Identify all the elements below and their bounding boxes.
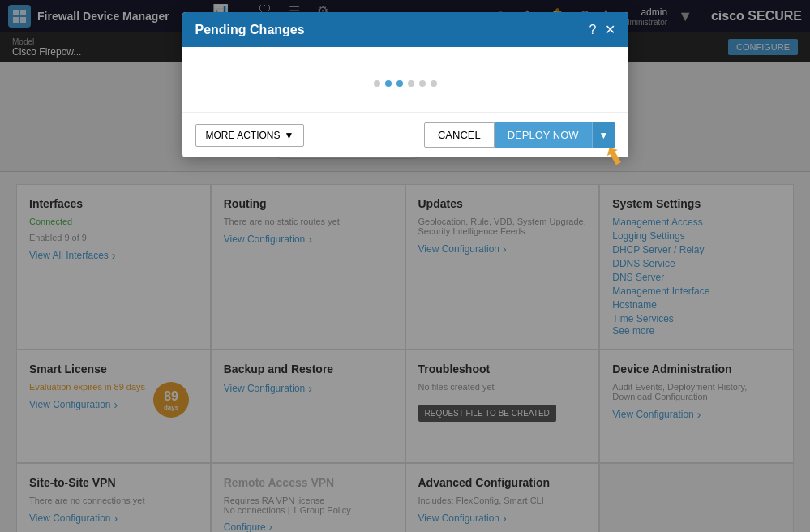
more-actions-dropdown-icon: ▼ [285,130,294,141]
modal-body [182,47,628,112]
loading-indicator [374,80,437,87]
modal-close-button[interactable]: ✕ [605,22,615,37]
dot-4 [408,80,414,87]
deploy-now-button[interactable]: DEPLOY NOW [495,122,592,148]
dot-2 [385,80,392,87]
more-actions-button[interactable]: MORE ACTIONS ▼ [195,124,305,147]
modal-footer: MORE ACTIONS ▼ CANCEL DEPLOY NOW ▼ [182,112,628,157]
modal-help-button[interactable]: ? [589,23,597,37]
dot-5 [419,80,426,87]
modal-header-icons: ? ✕ [589,22,615,37]
dot-6 [431,80,437,87]
dot-1 [374,80,380,87]
deploy-dropdown-icon: ▼ [599,130,609,141]
modal-header: Pending Changes ? ✕ [182,12,628,47]
modal-overlay: Pending Changes ? ✕ MORE ACTIONS ▼ CA [0,0,810,532]
modal-title: Pending Changes [195,23,305,37]
deploy-dropdown-button[interactable]: ▼ [592,122,615,148]
pending-changes-modal: Pending Changes ? ✕ MORE ACTIONS ▼ CA [182,12,628,157]
cancel-button[interactable]: CANCEL [424,122,495,148]
dot-3 [396,80,403,87]
modal-right-buttons: CANCEL DEPLOY NOW ▼ [424,122,615,148]
more-actions-label: MORE ACTIONS [206,130,281,141]
